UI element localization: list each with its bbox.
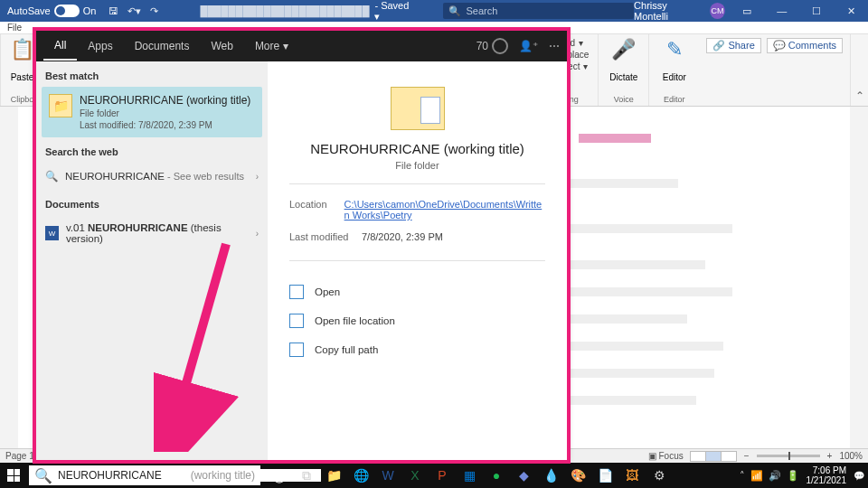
documents-header: Documents — [36, 190, 268, 215]
paint-icon[interactable]: 🎨 — [564, 463, 591, 488]
calendar-icon[interactable]: ▦ — [456, 463, 483, 488]
chrome-icon[interactable]: 🌐 — [347, 463, 374, 488]
zoom-out-icon[interactable]: − — [744, 451, 750, 461]
windows-logo-icon — [7, 469, 20, 482]
focus-mode-button[interactable]: ▣ Focus — [648, 451, 684, 461]
editor-group-label: Editor — [664, 95, 685, 104]
ribbon-display-icon[interactable]: ▭ — [734, 0, 760, 22]
action-open[interactable]: Open — [289, 277, 545, 306]
file-explorer-icon[interactable]: 📁 — [320, 463, 347, 488]
best-match-modified: Last modified: 7/8/2020, 2:39 PM — [80, 120, 250, 130]
time-text: 7:06 PM — [807, 465, 847, 475]
share-button[interactable]: 🔗 Share — [706, 38, 760, 53]
search-popup-header: All Apps Documents Web More ▾ 70 👤⁺ ⋯ — [36, 31, 567, 61]
feedback-icon[interactable]: 👤⁺ — [519, 40, 538, 52]
word-search-box[interactable]: 🔍 Search — [443, 3, 635, 19]
modified-label: Last modified — [289, 231, 362, 242]
minimize-icon[interactable]: — — [769, 0, 795, 22]
document-title: ████████████████████████ — [200, 5, 369, 16]
autosave-toggle[interactable]: AutoSave On — [0, 5, 103, 17]
cortana-icon[interactable]: ◯ — [266, 463, 293, 488]
web-result-term: NEUROHURRICANE — [65, 171, 165, 182]
action-copy-path[interactable]: Copy full path — [289, 335, 545, 364]
system-tray: ˄ 📶 🔊 🔋 7:06 PM 1/21/2021 💬 — [740, 465, 869, 485]
tray-chevron-icon[interactable]: ˄ — [740, 470, 745, 482]
search-preview-pane: NEUROHURRICANE (working title) File fold… — [268, 61, 567, 460]
more-options-icon[interactable]: ⋯ — [549, 40, 560, 52]
document-result[interactable]: W v.01 NEUROHURRICANE (thesis version) › — [36, 215, 268, 251]
open-location-icon — [289, 314, 304, 328]
close-icon[interactable]: ✕ — [838, 0, 864, 22]
tab-web[interactable]: Web — [200, 33, 243, 60]
wifi-icon[interactable]: 📶 — [750, 470, 763, 482]
autosave-label: AutoSave — [7, 5, 51, 16]
user-name[interactable]: Chrissy Montelli — [634, 0, 701, 22]
taskbar-clock[interactable]: 7:06 PM 1/21/2021 — [807, 465, 847, 485]
paint-drop-icon[interactable]: 💧 — [537, 463, 564, 488]
task-view-icon[interactable]: ⧉ — [293, 463, 320, 488]
location-path-link[interactable]: C:\Users\camon\OneDrive\Documents\Writte… — [344, 199, 542, 221]
preview-title: NEUROHURRICANE (working title) — [289, 141, 545, 156]
autosave-state: On — [83, 5, 97, 16]
web-result[interactable]: 🔍 NEUROHURRICANE - See web results › — [36, 163, 268, 190]
zoom-in-icon[interactable]: + — [827, 451, 833, 461]
notifications-icon[interactable]: 💬 — [854, 471, 864, 481]
voice-label: Voice — [614, 95, 634, 104]
redo-icon[interactable]: ↷ — [150, 5, 158, 17]
tab-apps[interactable]: Apps — [77, 33, 123, 60]
word-title-bar: AutoSave On 🖫 ↶▾ ↷ █████████████████████… — [0, 0, 868, 22]
windows-search-popup: All Apps Documents Web More ▾ 70 👤⁺ ⋯ Be… — [36, 31, 567, 460]
powerpoint-icon[interactable]: P — [429, 463, 456, 488]
editor-group: ✎ Editor Editor — [648, 34, 699, 106]
collapse-ribbon-icon[interactable]: ⌃ — [850, 34, 868, 106]
saved-indicator[interactable]: - Saved ▾ — [374, 0, 415, 23]
tab-all[interactable]: All — [43, 32, 77, 61]
search-placeholder: Search — [467, 5, 498, 16]
dictate-label: Dictate — [609, 72, 637, 82]
settings-icon[interactable]: ⚙ — [646, 463, 673, 488]
quick-access-toolbar: 🖫 ↶▾ ↷ — [103, 5, 164, 17]
volume-icon[interactable]: 🔊 — [769, 470, 781, 482]
excel-icon[interactable]: X — [401, 463, 429, 488]
photos-icon[interactable]: 🖼 — [618, 463, 646, 488]
action-open-location[interactable]: Open file location — [289, 306, 545, 335]
maximize-icon[interactable]: ☐ — [804, 0, 830, 22]
undo-icon[interactable]: ↶▾ — [127, 5, 141, 17]
page-indicator[interactable]: Page 1 — [5, 451, 34, 461]
search-icon: 🔍 — [45, 170, 58, 183]
start-button[interactable] — [0, 463, 27, 488]
chevron-right-icon: › — [256, 172, 259, 182]
clipboard-label: Clipbo — [11, 95, 34, 104]
preview-type: File folder — [289, 160, 545, 171]
web-result-suffix: - See web results — [165, 171, 244, 182]
zoom-slider[interactable] — [757, 455, 820, 457]
divider — [289, 183, 545, 184]
tab-documents[interactable]: Documents — [124, 33, 201, 60]
notepad-icon[interactable]: 📄 — [591, 463, 618, 488]
word-icon[interactable]: W — [374, 463, 401, 488]
comments-button[interactable]: 💬 Comments — [767, 38, 843, 53]
windows-taskbar: 🔍 (working title) ◯ ⧉ 📁 🌐 W X P ▦ ● ◆ 💧 … — [0, 463, 868, 488]
taskbar-search-box[interactable]: 🔍 (working title) — [29, 465, 260, 485]
avatar[interactable]: CM — [710, 3, 725, 19]
editor-icon[interactable]: ✎ — [666, 38, 683, 61]
best-match-header: Best match — [36, 61, 268, 87]
modified-value: 7/8/2020, 2:39 PM — [362, 231, 443, 242]
view-mode-toggle[interactable] — [691, 451, 737, 462]
best-match-result[interactable]: 📁 NEUROHURRICANE (working title) File fo… — [42, 87, 262, 137]
chevron-right-icon: › — [256, 229, 259, 239]
zoom-level[interactable]: 100% — [839, 451, 863, 461]
discord-icon[interactable]: ◆ — [510, 463, 537, 488]
search-icon: 🔍 — [448, 5, 461, 17]
tab-more[interactable]: More ▾ — [244, 33, 299, 60]
spotify-icon[interactable]: ● — [483, 463, 510, 488]
battery-icon[interactable]: 🔋 — [787, 470, 799, 482]
dictate-icon[interactable]: 🎤 — [611, 38, 636, 61]
file-tab[interactable]: File — [7, 23, 22, 33]
voice-group: 🎤 Dictate Voice — [598, 34, 648, 106]
paste-icon[interactable]: 📋 — [10, 38, 34, 61]
best-match-type: File folder — [80, 108, 250, 118]
rewards-points[interactable]: 70 — [476, 38, 508, 54]
editor-label: Editor — [663, 72, 686, 82]
save-icon[interactable]: 🖫 — [108, 5, 118, 17]
